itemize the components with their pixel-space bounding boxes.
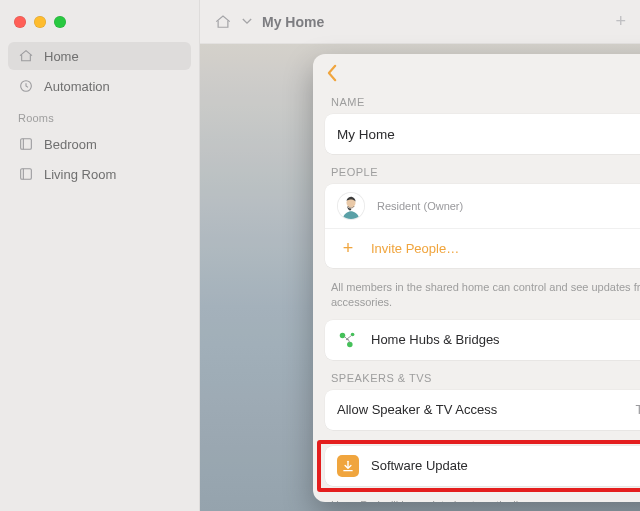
close-window-button[interactable] [14, 16, 26, 28]
software-update-card: Software Update Automatic [325, 446, 640, 486]
minimize-window-button[interactable] [34, 16, 46, 28]
invite-people-label: Invite People… [371, 241, 459, 256]
avatar [337, 192, 365, 220]
people-hint: All members in the shared home can contr… [313, 274, 640, 320]
sidebar: Home Automation Rooms Bedroom [0, 0, 200, 511]
download-icon [337, 455, 359, 477]
sidebar-item-home[interactable]: Home [8, 42, 191, 70]
sidebar-item-label: Home [44, 49, 79, 64]
speaker-access-card: Allow Speaker & TV Access This Home [325, 390, 640, 430]
sidebar-item-label: Bedroom [44, 137, 97, 152]
back-button[interactable] [327, 64, 345, 82]
software-update-hint: HomePod will be updated automatically. [313, 492, 640, 502]
sheet-scroll[interactable]: NAME PEOPLE [313, 90, 640, 502]
resident-role: Resident (Owner) [377, 200, 463, 212]
window-content: Home Automation Rooms Bedroom [0, 0, 640, 511]
sidebar-item-bedroom[interactable]: Bedroom [8, 130, 191, 158]
sidebar-section-rooms: Rooms [8, 102, 191, 128]
software-update-label: Software Update [371, 458, 468, 473]
name-card [325, 114, 640, 154]
sidebar-item-label: Automation [44, 79, 110, 94]
sidebar-item-living-room[interactable]: Living Room [8, 160, 191, 188]
svg-rect-2 [21, 169, 32, 180]
invite-people-row[interactable]: + Invite People… [325, 228, 640, 268]
home-name-input[interactable] [337, 123, 640, 146]
section-name-header: NAME [313, 90, 640, 114]
clock-icon [18, 78, 34, 94]
plus-icon: + [337, 238, 359, 260]
room-icon [18, 166, 34, 182]
sidebar-item-automation[interactable]: Automation [8, 72, 191, 100]
sidebar-item-label: Living Room [44, 167, 116, 182]
name-row[interactable] [325, 114, 640, 154]
svg-point-5 [340, 332, 346, 338]
main-area: My Home + Done NAME [200, 0, 640, 511]
section-people-header: PEOPLE [313, 160, 640, 184]
zoom-window-button[interactable] [54, 16, 66, 28]
resident-row[interactable]: Resident (Owner) [325, 184, 640, 228]
section-speakers-header: SPEAKERS & TVS [313, 366, 640, 390]
software-update-row[interactable]: Software Update Automatic [325, 446, 640, 486]
home-hubs-row[interactable]: Home Hubs & Bridges 2 [325, 320, 640, 360]
house-icon [18, 48, 34, 64]
hubs-card: Home Hubs & Bridges 2 [325, 320, 640, 360]
home-settings-sheet: Done NAME PEOPLE [313, 54, 640, 502]
window-controls [8, 8, 191, 40]
hubs-icon [337, 329, 359, 351]
svg-rect-1 [21, 139, 32, 150]
app-window: Home Automation Rooms Bedroom [0, 0, 640, 511]
sheet-header: Done [313, 54, 640, 90]
speaker-access-label: Allow Speaker & TV Access [337, 402, 497, 417]
speaker-access-value: This Home [636, 403, 640, 417]
room-icon [18, 136, 34, 152]
home-hubs-label: Home Hubs & Bridges [371, 332, 500, 347]
speaker-access-row[interactable]: Allow Speaker & TV Access This Home [325, 390, 640, 430]
people-card: Resident (Owner) + Invite People… [325, 184, 640, 268]
